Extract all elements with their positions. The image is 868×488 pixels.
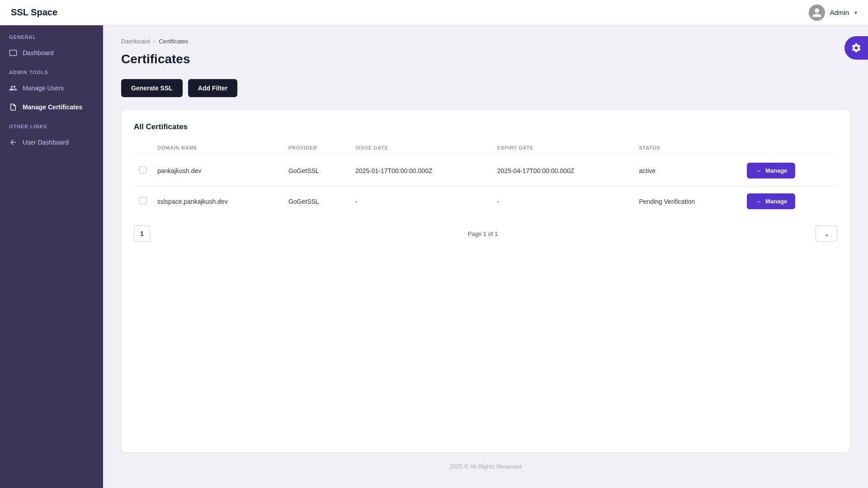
row-provider: GoGetSSL xyxy=(283,155,350,186)
col-expiry-date: EXPIRY DATE xyxy=(492,141,634,155)
sidebar-item-manage-users-label: Manage Users xyxy=(23,84,64,92)
manage-button[interactable]: → Manage xyxy=(747,163,795,178)
user-menu[interactable]: Admin ▾ xyxy=(809,5,857,21)
main-content: Dashboard / Certificates Certificates Ge… xyxy=(103,25,868,488)
row-checkbox-cell[interactable] xyxy=(134,155,152,186)
admin-label: Admin xyxy=(830,9,849,16)
footer: 2025 © All Rights Reserved xyxy=(121,452,850,475)
row-domain: sslspace.pankajkush.dev xyxy=(152,186,283,217)
sidebar-section-other-links: OTHER LINKS xyxy=(0,124,103,133)
page-1-button[interactable]: 1 xyxy=(134,225,150,242)
brand-title: SSL Space xyxy=(11,7,57,18)
pagination-row: 1 Page 1 of 1 ⌄ xyxy=(134,218,837,242)
page-dropdown[interactable]: ⌄ xyxy=(816,225,837,242)
table-row: sslspace.pankajkush.dev GoGetSSL - - Pen… xyxy=(134,186,837,217)
sidebar-item-dashboard[interactable]: Dashboard xyxy=(0,43,103,62)
manage-label: Manage xyxy=(765,167,787,174)
admin-chevron-icon[interactable]: ▾ xyxy=(854,9,857,16)
row-manage-cell: → Manage xyxy=(741,186,837,217)
row-checkbox-cell[interactable] xyxy=(134,186,152,217)
col-status: STATUS xyxy=(633,141,741,155)
col-checkbox xyxy=(134,141,152,155)
row-checkbox[interactable] xyxy=(139,197,146,204)
row-expiry-date: - xyxy=(492,186,634,217)
page-title: Certificates xyxy=(121,52,850,66)
footer-text: 2025 © All Rights Reserved xyxy=(449,463,521,470)
add-filter-button[interactable]: Add Filter xyxy=(188,79,237,97)
col-provider: PROVIDER xyxy=(283,141,350,155)
table-row: pankajkush.dev GoGetSSL 2025-01-17T00:00… xyxy=(134,155,837,186)
settings-button[interactable] xyxy=(844,36,868,60)
sidebar-item-user-dashboard[interactable]: User Dashboard xyxy=(0,133,103,152)
sidebar-item-dashboard-label: Dashboard xyxy=(23,49,54,56)
page-info: Page 1 of 1 xyxy=(468,230,498,237)
sidebar-section-general: GENERAL xyxy=(0,34,103,43)
sidebar: GENERAL Dashboard ADMIN TOOLS Manage Use… xyxy=(0,25,103,488)
avatar xyxy=(809,5,825,21)
breadcrumb: Dashboard / Certificates xyxy=(121,38,850,45)
row-domain: pankajkush.dev xyxy=(152,155,283,186)
breadcrumb-separator: / xyxy=(154,38,156,45)
row-manage-cell: → Manage xyxy=(741,155,837,186)
manage-label: Manage xyxy=(765,198,787,205)
row-checkbox[interactable] xyxy=(139,166,146,174)
col-issue-date: ISSUE DATE xyxy=(350,141,492,155)
topnav: SSL Space Admin ▾ xyxy=(0,0,868,25)
sidebar-section-admin-tools: ADMIN TOOLS xyxy=(0,70,103,79)
table-card-title: All Certificates xyxy=(134,122,837,131)
breadcrumb-dashboard-link[interactable]: Dashboard xyxy=(121,38,150,45)
row-expiry-date: 2025-04-17T00:00:00.000Z xyxy=(492,155,634,186)
certificates-table: DOMAIN NAME PROVIDER ISSUE DATE EXPIRY D… xyxy=(134,141,837,216)
col-actions xyxy=(741,141,837,155)
sidebar-item-manage-certificates[interactable]: Manage Certificates xyxy=(0,98,103,117)
manage-arrow-icon: → xyxy=(755,167,762,174)
certificates-table-card: All Certificates DOMAIN NAME PROVIDER IS… xyxy=(121,110,850,452)
manage-arrow-icon: → xyxy=(755,197,762,205)
row-status: active xyxy=(633,155,741,186)
row-issue-date: - xyxy=(350,186,492,217)
sidebar-item-manage-users[interactable]: Manage Users xyxy=(0,79,103,98)
generate-ssl-button[interactable]: Generate SSL xyxy=(121,79,183,97)
sidebar-item-user-dashboard-label: User Dashboard xyxy=(23,139,69,146)
row-status: Pending Verification xyxy=(633,186,741,217)
row-issue-date: 2025-01-17T00:00:00.000Z xyxy=(350,155,492,186)
breadcrumb-current: Certificates xyxy=(159,38,188,45)
col-domain-name: DOMAIN NAME xyxy=(152,141,283,155)
action-row: Generate SSL Add Filter xyxy=(121,79,850,97)
row-provider: GoGetSSL xyxy=(283,186,350,217)
sidebar-item-manage-certificates-label: Manage Certificates xyxy=(23,103,82,111)
manage-button[interactable]: → Manage xyxy=(747,193,795,209)
